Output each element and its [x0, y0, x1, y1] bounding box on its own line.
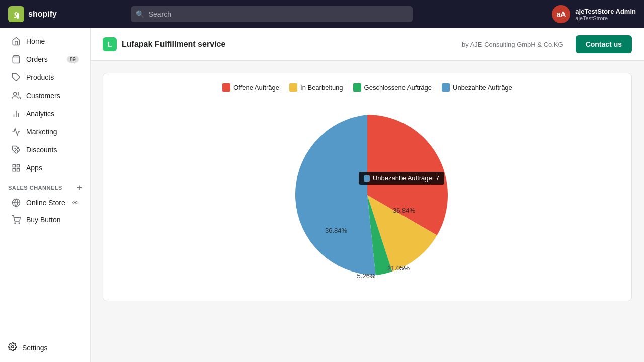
sidebar-label-apps: Apps: [26, 164, 42, 172]
svg-rect-9: [13, 164, 15, 167]
svg-point-15: [15, 223, 16, 224]
avatar: aA: [552, 5, 570, 23]
tooltip-dot: [364, 175, 370, 182]
search-bar[interactable]: 🔍: [131, 6, 413, 22]
sidebar-label-online-store: Online Store: [26, 199, 65, 207]
legend-bearbeitung: In Bearbeitung: [289, 83, 343, 92]
legend-dot-bearbeitung: [289, 83, 297, 92]
sidebar-label-customers: Customers: [26, 92, 60, 100]
label-geschlossene: 5.26%: [357, 272, 376, 280]
tooltip-text: Unbezahlte Aufträge: 7: [373, 174, 439, 182]
sidebar-item-customers[interactable]: Customers: [3, 86, 87, 105]
chart-tooltip: Unbezahlte Aufträge: 7: [359, 172, 444, 185]
add-channel-icon[interactable]: +: [77, 183, 82, 192]
sidebar-item-products[interactable]: Products: [3, 68, 87, 86]
legend-label-bearbeitung: In Bearbeitung: [300, 84, 343, 92]
sidebar-item-marketing[interactable]: Marketing: [3, 123, 87, 141]
buy-button-icon: [11, 215, 21, 225]
sidebar-label-analytics: Analytics: [26, 110, 54, 118]
content-area: L Lufapak Fulfillment service by AJE Con…: [91, 28, 644, 362]
sidebar-item-discounts[interactable]: Discounts: [3, 141, 87, 159]
chart-container: Offene Aufträge In Bearbeitung Geschloss…: [103, 73, 632, 301]
legend-dot-geschlossene: [353, 83, 361, 92]
svg-rect-10: [17, 164, 20, 167]
legend-label-unbezahlte: Unbezahlte Aufträge: [453, 84, 512, 92]
segment-unbezahlte[interactable]: [295, 115, 376, 275]
user-store: ajeTestStrore: [575, 15, 636, 21]
topbar: shopify 🔍 aA ajeTestStore Admin ajeTestS…: [0, 0, 644, 28]
sales-channels-label: SALES CHANNELS: [8, 185, 62, 191]
analytics-icon: [11, 109, 21, 119]
shopify-logo-icon: [8, 6, 24, 22]
svg-point-7: [17, 151, 18, 152]
search-input[interactable]: [131, 6, 413, 22]
app-by-label: by AJE Consulting GmbH & Co.KG: [462, 41, 564, 48]
sidebar-label-settings: Settings: [22, 344, 48, 352]
shopify-logo: shopify: [8, 6, 57, 22]
sidebar-item-orders[interactable]: Orders 89: [3, 50, 87, 68]
sidebar-label-marketing: Marketing: [26, 128, 57, 136]
svg-point-16: [19, 223, 20, 224]
svg-point-17: [12, 346, 14, 348]
search-icon: 🔍: [136, 10, 144, 18]
svg-rect-11: [13, 169, 15, 171]
discounts-icon: [11, 145, 21, 155]
sidebar-item-settings[interactable]: Settings: [0, 337, 90, 358]
online-store-icon: [11, 198, 21, 208]
user-area: aA ajeTestStore Admin ajeTestStrore: [552, 5, 636, 23]
home-icon: [11, 36, 21, 46]
app-header: L Lufapak Fulfillment service by AJE Con…: [91, 28, 644, 61]
pie-chart-wrapper: 36.84% 21.05% 5.26% 36.84% Unbezahlte Au…: [113, 100, 621, 291]
sidebar-item-apps[interactable]: Apps: [3, 159, 87, 177]
sidebar-label-orders: Orders: [26, 55, 48, 63]
svg-point-6: [15, 148, 16, 149]
brand-name: shopify: [28, 10, 57, 19]
user-info: ajeTestStore Admin ajeTestStrore: [575, 8, 636, 21]
app-logo: L: [103, 37, 117, 51]
pie-segments: [295, 115, 448, 275]
sidebar-item-online-store[interactable]: Online Store 👁: [3, 194, 87, 211]
sidebar-label-home: Home: [26, 37, 45, 45]
sidebar-label-products: Products: [26, 73, 54, 81]
eye-icon[interactable]: 👁: [72, 199, 79, 207]
label-offene: 36.84%: [393, 207, 416, 214]
chart-legend: Offene Aufträge In Bearbeitung Geschloss…: [113, 83, 621, 92]
legend-unbezahlte: Unbezahlte Aufträge: [442, 83, 512, 92]
label-bearbeitung: 21.05%: [387, 264, 410, 272]
svg-point-2: [14, 92, 17, 95]
pie-chart-svg: 36.84% 21.05% 5.26% 36.84%: [277, 105, 458, 286]
legend-geschlossene: Geschlossene Aufträge: [353, 83, 432, 92]
orders-icon: [11, 54, 21, 64]
sidebar-label-buy-button: Buy Button: [26, 216, 61, 224]
main-layout: Home Orders 89 Products Customers: [0, 28, 644, 362]
sidebar-item-buy-button[interactable]: Buy Button: [3, 211, 87, 228]
label-unbezahlte: 36.84%: [325, 227, 348, 234]
sidebar: Home Orders 89 Products Customers: [0, 28, 91, 362]
customers-icon: [11, 90, 21, 101]
sidebar-label-discounts: Discounts: [26, 146, 57, 154]
settings-icon: [8, 342, 17, 353]
contact-button[interactable]: Contact us: [576, 35, 632, 53]
products-icon: [11, 72, 21, 82]
svg-rect-12: [17, 169, 20, 171]
apps-icon: [11, 163, 21, 173]
app-title-text: Lufapak Fulfillment service: [122, 40, 225, 49]
sidebar-item-analytics[interactable]: Analytics: [3, 105, 87, 123]
legend-offene: Offene Aufträge: [222, 83, 279, 92]
app-header-right: by AJE Consulting GmbH & Co.KG Contact u…: [462, 35, 632, 53]
marketing-icon: [11, 127, 21, 137]
legend-label-offene: Offene Aufträge: [233, 84, 279, 92]
legend-label-geschlossene: Geschlossene Aufträge: [364, 84, 432, 92]
legend-dot-unbezahlte: [442, 83, 450, 92]
app-title-area: L Lufapak Fulfillment service: [103, 37, 225, 51]
sidebar-item-home[interactable]: Home: [3, 32, 87, 50]
legend-dot-offene: [222, 83, 230, 92]
user-name: ajeTestStore Admin: [575, 8, 636, 15]
sales-channels-section: SALES CHANNELS +: [0, 177, 90, 194]
orders-badge: 89: [67, 56, 79, 63]
